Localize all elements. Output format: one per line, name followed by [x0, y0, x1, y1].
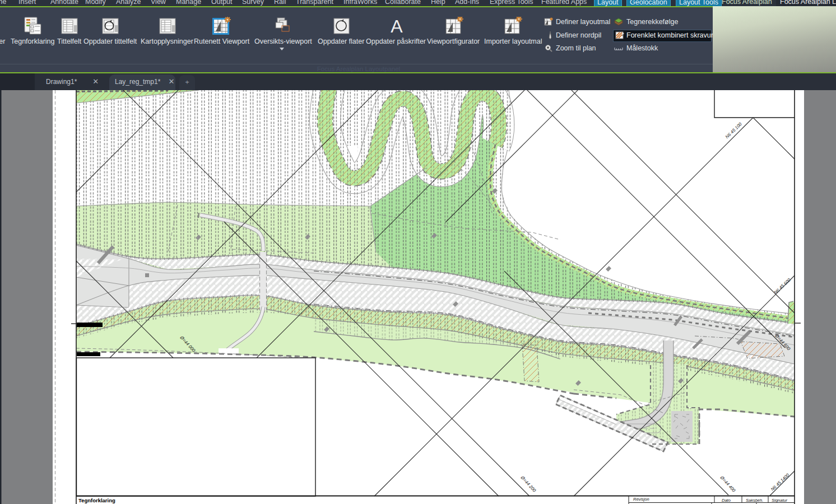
- svg-text:Revisjon: Revisjon: [633, 497, 649, 502]
- svg-text:Tegnforklaring: Tegnforklaring: [78, 497, 115, 503]
- svg-text:Saksbeh.: Saksbeh.: [746, 498, 763, 503]
- svg-text:Signatur: Signatur: [772, 498, 787, 503]
- svg-text:A: A: [391, 17, 403, 36]
- svg-text:Dato: Dato: [722, 498, 731, 503]
